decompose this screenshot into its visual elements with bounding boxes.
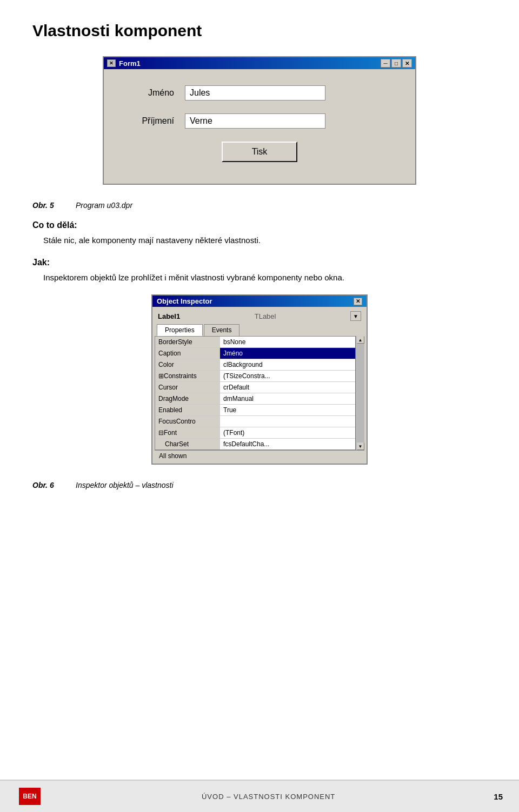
inspector-row: FocusContro bbox=[155, 416, 355, 427]
inspector-col1: ⊞Constraints bbox=[155, 371, 220, 381]
section-jak-text: Inspektorem objektů lze prohlížet i měni… bbox=[43, 272, 487, 284]
scroll-down-arrow[interactable]: ▼ bbox=[357, 442, 364, 450]
inspector-col2: bsNone bbox=[220, 337, 355, 347]
inspector-window: Object Inspector ✕ Label1 TLabel ▼ Prope… bbox=[151, 294, 368, 465]
inspector-scrollbar[interactable]: ▲ ▼ bbox=[356, 336, 364, 450]
footer-logo: BEN bbox=[16, 786, 43, 807]
inspector-col1: DragMode bbox=[155, 393, 220, 404]
maximize-button[interactable]: □ bbox=[391, 59, 401, 68]
footer-logo-box: BEN bbox=[19, 788, 41, 805]
inspector-col1: ⊟Font bbox=[155, 427, 220, 438]
jmeno-input[interactable] bbox=[185, 85, 325, 100]
jmeno-row: Jméno bbox=[125, 85, 394, 100]
inspector-object-name: Label1 bbox=[158, 312, 180, 320]
scroll-up-arrow[interactable]: ▲ bbox=[357, 336, 364, 344]
footer-page-number: 15 bbox=[494, 792, 503, 801]
inspector-col2: clBackground bbox=[220, 359, 355, 370]
inspector-body: Label1 TLabel ▼ Properties Events Border… bbox=[152, 307, 367, 464]
inspector-col1: BorderStyle bbox=[155, 337, 220, 347]
form1-window: ✕ Form1 ─ □ ✕ Jméno Příjmení Tisk bbox=[103, 56, 416, 185]
form1-icon: ✕ bbox=[107, 59, 116, 67]
form1-body: Jméno Příjmení Tisk bbox=[104, 69, 415, 184]
inspector-row: CursorcrDefault bbox=[155, 382, 355, 393]
inspector-statusbar: All shown bbox=[155, 450, 364, 461]
inspector-row: DragModedmManual bbox=[155, 393, 355, 405]
inspector-col1: FocusContro bbox=[155, 416, 220, 427]
inspector-col1: Caption bbox=[155, 348, 220, 359]
inspector-col2: True bbox=[220, 405, 355, 415]
scroll-track[interactable] bbox=[357, 344, 364, 442]
inspector-col1: Color bbox=[155, 359, 220, 370]
inspector-grid-container: BorderStylebsNoneCaptionJménoColorclBack… bbox=[155, 336, 364, 450]
figure6-label: Obr. 6 bbox=[32, 481, 65, 489]
inspector-row: EnabledTrue bbox=[155, 405, 355, 416]
inspector-title: Object Inspector bbox=[157, 297, 212, 305]
section-jak-heading: Jak: bbox=[32, 258, 487, 267]
form1-titlebar: ✕ Form1 ─ □ ✕ bbox=[104, 57, 415, 69]
inspector-row: ColorclBackground bbox=[155, 359, 355, 371]
inspector-row: BorderStylebsNone bbox=[155, 337, 355, 348]
jmeno-label: Jméno bbox=[125, 88, 174, 98]
inspector-row: CaptionJméno bbox=[155, 348, 355, 359]
inspector-wrapper: Object Inspector ✕ Label1 TLabel ▼ Prope… bbox=[151, 294, 368, 465]
form1-title: Form1 bbox=[119, 59, 141, 68]
figure6-caption: Obr. 6 Inspektor objektů – vlastnosti bbox=[32, 481, 487, 489]
inspector-col2: crDefault bbox=[220, 382, 355, 393]
figure5-text: Program u03.dpr bbox=[76, 201, 132, 210]
inspector-close-button[interactable]: ✕ bbox=[354, 298, 362, 305]
close-button[interactable]: ✕ bbox=[402, 59, 412, 68]
page-footer: BEN ÚVOD – Vlastnosti komponent 15 bbox=[0, 780, 519, 812]
inspector-col1: CharSet bbox=[155, 439, 220, 449]
inspector-row: ⊟Font(TFont) bbox=[155, 427, 355, 439]
figure5-caption: Obr. 5 Program u03.dpr bbox=[32, 201, 487, 210]
tab-events[interactable]: Events bbox=[204, 324, 240, 336]
inspector-col1: Enabled bbox=[155, 405, 220, 415]
inspector-grid: BorderStylebsNoneCaptionJménoColorclBack… bbox=[155, 336, 356, 450]
minimize-button[interactable]: ─ bbox=[381, 59, 390, 68]
inspector-col2: (TFont) bbox=[220, 427, 355, 438]
tisk-button[interactable]: Tisk bbox=[222, 142, 297, 162]
inspector-col2: (TSizeConstra... bbox=[220, 371, 355, 381]
section-co-text: Stále nic, ale komponenty mají nastaveny… bbox=[43, 234, 487, 247]
figure6-text: Inspektor objektů – vlastnosti bbox=[76, 481, 174, 489]
figure5-label: Obr. 5 bbox=[32, 201, 65, 210]
inspector-object-dropdown[interactable]: ▼ bbox=[350, 311, 361, 321]
inspector-titlebar: Object Inspector ✕ bbox=[152, 296, 367, 307]
inspector-object-row: Label1 TLabel ▼ bbox=[155, 309, 364, 323]
prijmeni-row: Příjmení bbox=[125, 113, 394, 129]
footer-center-text: ÚVOD – Vlastnosti komponent bbox=[202, 793, 335, 801]
prijmeni-input[interactable] bbox=[185, 113, 325, 129]
inspector-col2: dmManual bbox=[220, 393, 355, 404]
inspector-col2 bbox=[220, 416, 355, 427]
inspector-col2: Jméno bbox=[220, 348, 355, 359]
inspector-col1: Cursor bbox=[155, 382, 220, 393]
inspector-row: ⊞Constraints(TSizeConstra... bbox=[155, 371, 355, 382]
section-co-heading: Co to dělá: bbox=[32, 220, 487, 230]
inspector-col2: fcsDefaultCha... bbox=[220, 439, 355, 449]
inspector-row: CharSetfcsDefaultCha... bbox=[155, 439, 355, 449]
prijmeni-label: Příjmení bbox=[125, 116, 174, 126]
inspector-tabs: Properties Events bbox=[155, 324, 364, 336]
page-title: Vlastnosti komponent bbox=[32, 22, 487, 40]
tisk-button-row: Tisk bbox=[125, 142, 394, 162]
tab-properties[interactable]: Properties bbox=[157, 324, 203, 336]
inspector-object-type: TLabel bbox=[183, 312, 347, 320]
